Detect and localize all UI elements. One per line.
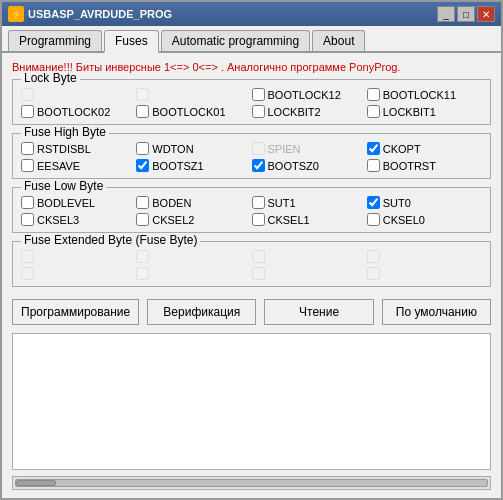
fuse-ext-row1: [21, 250, 482, 263]
lock-byte-row2: BOOTLOCK02 BOOTLOCK01 LOCKBIT2 LOCKBIT1: [21, 105, 482, 118]
fuse-ext-disabled7-input[interactable]: [252, 267, 265, 280]
fuse-low-sut1-input[interactable]: [252, 196, 265, 209]
lock-cb-lockbit2-input[interactable]: [252, 105, 265, 118]
main-content: Внимание!!! Биты инверсные 1<=> 0<=> . А…: [2, 53, 501, 498]
fuse-low-bodlevel: BODLEVEL: [21, 196, 136, 209]
fuse-ext-disabled1-input[interactable]: [21, 250, 34, 263]
lock-label-bootlock02: BOOTLOCK02: [37, 106, 110, 118]
fuse-high-rstdisbl-input[interactable]: [21, 142, 34, 155]
lock-cb-lockbit1-input[interactable]: [367, 105, 380, 118]
verify-button[interactable]: Верификация: [147, 299, 256, 325]
fuse-low-cksel2-input[interactable]: [136, 213, 149, 226]
fuse-low-cksel1: CKSEL1: [252, 213, 367, 226]
minimize-button[interactable]: _: [437, 6, 455, 22]
fuse-high-bootrst: BOOTRST: [367, 159, 482, 172]
fuse-low-boden-input[interactable]: [136, 196, 149, 209]
fuse-low-bodlevel-input[interactable]: [21, 196, 34, 209]
fuse-ext-row2: [21, 267, 482, 280]
tab-about[interactable]: About: [312, 30, 365, 51]
lock-cb-bootlock02-input[interactable]: [21, 105, 34, 118]
fuse-low-cksel2: CKSEL2: [136, 213, 251, 226]
group-fuse-low-byte: Fuse Low Byte BODLEVEL BODEN SUT1 SUT0: [12, 187, 491, 233]
fuse-low-cksel1-label: CKSEL1: [268, 214, 310, 226]
lock-cb-bootlock11-input[interactable]: [367, 88, 380, 101]
fuse-low-cksel0-label: CKSEL0: [383, 214, 425, 226]
group-fuse-high-byte: Fuse High Byte RSTDISBL WDTON SPIEN CKOP…: [12, 133, 491, 179]
lock-cb-disabled1: [21, 88, 136, 101]
fuse-ext-disabled2: [136, 250, 251, 263]
lock-cb-bootlock02: BOOTLOCK02: [21, 105, 136, 118]
fuse-low-sut0-input[interactable]: [367, 196, 380, 209]
lock-cb-bootlock01-input[interactable]: [136, 105, 149, 118]
group-fuse-ext-label: Fuse Extended Byte (Fuse Byte): [21, 233, 200, 247]
maximize-button[interactable]: □: [457, 6, 475, 22]
default-button[interactable]: По умолчанию: [382, 299, 491, 325]
warning-text: Внимание!!! Биты инверсные 1<=> 0<=> . А…: [12, 61, 491, 73]
tab-automatic-programming[interactable]: Automatic programming: [161, 30, 310, 51]
fuse-ext-disabled4-input[interactable]: [367, 250, 380, 263]
fuse-high-ckopt: CKOPT: [367, 142, 482, 155]
program-button[interactable]: Программирование: [12, 299, 139, 325]
tab-programming[interactable]: Programming: [8, 30, 102, 51]
lock-cb-lockbit2: LOCKBIT2: [252, 105, 367, 118]
lock-cb-bootlock12: BOOTLOCK12: [252, 88, 367, 101]
fuse-high-bootsz1-input[interactable]: [136, 159, 149, 172]
lock-cb-disabled2-input[interactable]: [136, 88, 149, 101]
lock-label-lockbit2: LOCKBIT2: [268, 106, 321, 118]
scrollbar-track[interactable]: [15, 479, 488, 487]
fuse-high-ckopt-input[interactable]: [367, 142, 380, 155]
fuse-ext-disabled7: [252, 267, 367, 280]
output-area: [12, 333, 491, 470]
fuse-high-bootsz0-input[interactable]: [252, 159, 265, 172]
lock-cb-bootlock11: BOOTLOCK11: [367, 88, 482, 101]
fuse-high-eesave-input[interactable]: [21, 159, 34, 172]
fuse-high-bootrst-label: BOOTRST: [383, 160, 436, 172]
fuse-high-row1: RSTDISBL WDTON SPIEN CKOPT: [21, 142, 482, 155]
read-button[interactable]: Чтение: [264, 299, 373, 325]
fuse-high-spien: SPIEN: [252, 142, 367, 155]
tab-fuses[interactable]: Fuses: [104, 30, 159, 53]
fuse-high-spien-label: SPIEN: [268, 143, 301, 155]
main-window: ⚡ USBASP_AVRDUDE_PROG _ □ ✕ Programming …: [0, 0, 503, 500]
fuse-ext-disabled8: [367, 267, 482, 280]
fuse-low-cksel1-input[interactable]: [252, 213, 265, 226]
fuse-ext-disabled8-input[interactable]: [367, 267, 380, 280]
fuse-ext-disabled6: [136, 267, 251, 280]
lock-cb-bootlock12-input[interactable]: [252, 88, 265, 101]
fuse-ext-disabled6-input[interactable]: [136, 267, 149, 280]
fuse-low-row2: CKSEL3 CKSEL2 CKSEL1 CKSEL0: [21, 213, 482, 226]
lock-byte-row1: BOOTLOCK12 BOOTLOCK11: [21, 88, 482, 101]
lock-label-bootlock11: BOOTLOCK11: [383, 89, 456, 101]
lock-cb-lockbit1: LOCKBIT1: [367, 105, 482, 118]
fuse-high-wdton-input[interactable]: [136, 142, 149, 155]
fuse-high-bootsz0: BOOTSZ0: [252, 159, 367, 172]
fuse-low-boden: BODEN: [136, 196, 251, 209]
fuse-low-cksel3-input[interactable]: [21, 213, 34, 226]
fuse-ext-disabled3-input[interactable]: [252, 250, 265, 263]
title-buttons: _ □ ✕: [437, 6, 495, 22]
fuse-low-sut1: SUT1: [252, 196, 367, 209]
group-fuse-high-label: Fuse High Byte: [21, 125, 109, 139]
fuse-high-row2: EESAVE BOOTSZ1 BOOTSZ0 BOOTRST: [21, 159, 482, 172]
close-button[interactable]: ✕: [477, 6, 495, 22]
fuse-low-sut1-label: SUT1: [268, 197, 296, 209]
scrollbar-thumb[interactable]: [16, 480, 56, 486]
fuse-high-eesave-label: EESAVE: [37, 160, 80, 172]
fuse-high-bootsz1-label: BOOTSZ1: [152, 160, 203, 172]
lock-cb-disabled1-input[interactable]: [21, 88, 34, 101]
fuse-low-sut0: SUT0: [367, 196, 482, 209]
fuse-ext-disabled1: [21, 250, 136, 263]
scrollbar-area[interactable]: [12, 476, 491, 490]
fuse-ext-disabled5-input[interactable]: [21, 267, 34, 280]
fuse-low-cksel0-input[interactable]: [367, 213, 380, 226]
fuse-ext-disabled5: [21, 267, 136, 280]
group-fuse-ext-byte: Fuse Extended Byte (Fuse Byte): [12, 241, 491, 287]
lock-label-bootlock12: BOOTLOCK12: [268, 89, 341, 101]
fuse-high-bootrst-input[interactable]: [367, 159, 380, 172]
title-bar-left: ⚡ USBASP_AVRDUDE_PROG: [8, 6, 172, 22]
fuse-low-cksel0: CKSEL0: [367, 213, 482, 226]
fuse-ext-disabled2-input[interactable]: [136, 250, 149, 263]
fuse-high-spien-input[interactable]: [252, 142, 265, 155]
lock-label-bootlock01: BOOTLOCK01: [152, 106, 225, 118]
fuse-low-boden-label: BODEN: [152, 197, 191, 209]
